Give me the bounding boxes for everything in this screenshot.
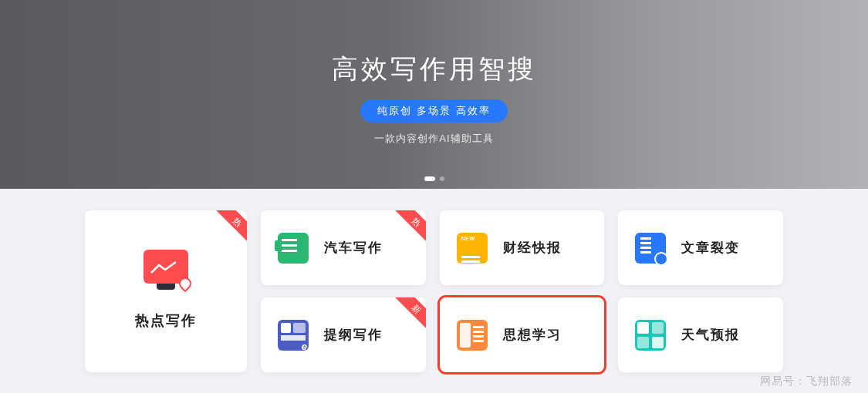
card-outline-writing[interactable]: 新 提纲写作 [261,297,426,372]
card-weather-forecast[interactable]: 天气预报 [618,297,783,372]
hot-ribbon: 热 [395,210,426,244]
hero-banner: 高效写作用智搜 纯原创 多场景 高效率 一款内容创作AI辅助工具 [0,0,868,189]
card-label: 提纲写作 [324,326,383,344]
split-icon [635,233,666,264]
cards-section: 热 热点写作 热 汽车写作 财经快报 文章裂变 新 提纲写作 [0,189,868,372]
weather-icon [635,320,666,351]
carousel-dots[interactable] [424,176,444,181]
hero-badge: 纯原创 多场景 高效率 [360,99,507,123]
card-label: 汽车写作 [324,239,383,257]
hero-subtitle: 一款内容创作AI辅助工具 [374,132,493,146]
car-icon [278,233,309,264]
hot-writing-icon [139,250,193,294]
carousel-dot-1[interactable] [424,176,435,181]
card-label: 文章裂变 [681,239,740,257]
card-finance-news[interactable]: 财经快报 [440,210,605,285]
card-thinking-study[interactable]: 思想学习 [440,297,605,372]
hot-ribbon: 热 [216,210,247,244]
card-label: 热点写作 [135,311,197,330]
cards-grid: 热 汽车写作 财经快报 文章裂变 新 提纲写作 思想学习 天气预报 [261,210,783,372]
card-label: 思想学习 [503,326,562,344]
card-car-writing[interactable]: 热 汽车写作 [261,210,426,285]
carousel-dot-2[interactable] [440,176,444,181]
hero-title: 高效写作用智搜 [332,52,537,87]
card-article-split[interactable]: 文章裂变 [618,210,783,285]
card-label: 财经快报 [503,239,562,257]
watermark-text: 网易号：飞翔部落 [760,375,853,388]
card-hot-writing[interactable]: 热 热点写作 [85,210,247,372]
new-ribbon: 新 [395,297,426,331]
thinking-icon [457,320,488,351]
card-label: 天气预报 [681,326,740,344]
finance-icon [457,233,488,264]
outline-icon [278,320,309,351]
